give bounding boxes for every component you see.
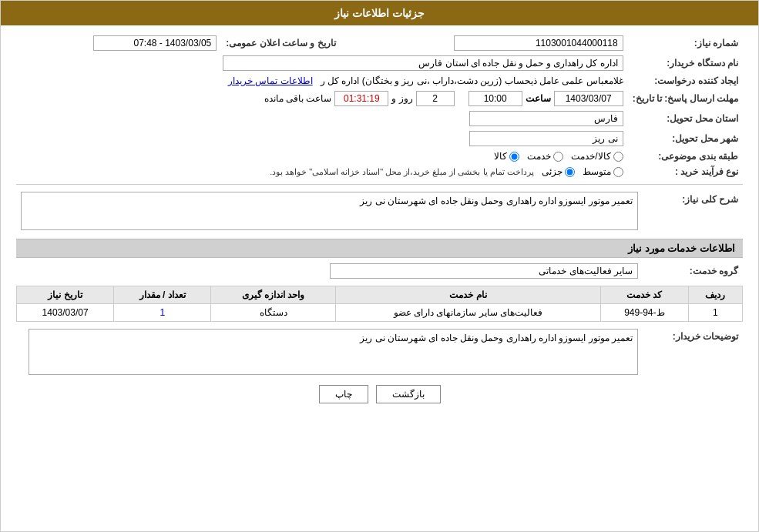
announce-date-value: 1403/03/05 - 07:48 xyxy=(16,33,221,53)
page-header: جزئیات اطلاعات نیاز xyxy=(1,1,758,25)
category-value: کالا/خدمت خدمت کالا xyxy=(16,149,628,164)
bottom-buttons: بازگشت چاپ xyxy=(16,385,743,403)
divider-1 xyxy=(16,184,743,185)
table-row: 1 ط-94-949 فعالیت‌های سایر سازمانهای دار… xyxy=(17,304,743,322)
print-button[interactable]: چاپ xyxy=(319,385,368,403)
response-deadline-label: مهلت ارسال پاسخ: تا تاریخ: xyxy=(628,89,743,109)
cell-row: 1 xyxy=(688,304,742,322)
deadline-time: 10:00 xyxy=(468,91,522,106)
service-table: ردیف کد خدمت نام خدمت واحد اندازه گیری ت… xyxy=(16,286,743,322)
buyer-org-label: نام دستگاه خریدار: xyxy=(628,53,743,73)
cell-date: 1403/03/07 xyxy=(17,304,114,322)
col-name: نام خدمت xyxy=(335,286,600,304)
back-button[interactable]: بازگشت xyxy=(376,385,441,403)
city-label: شهر محل تحویل: xyxy=(628,129,743,149)
col-code: کد خدمت xyxy=(601,286,689,304)
category-label: طبقه بندی موضوعی: xyxy=(628,149,743,164)
service-group-label: گروه خدمت: xyxy=(643,261,743,281)
time-label: ساعت xyxy=(526,93,551,104)
radio-kala-khedmat[interactable]: کالا/خدمت xyxy=(571,151,623,162)
col-count: تعداد / مقدار xyxy=(114,286,211,304)
page-title: جزئیات اطلاعات نیاز xyxy=(334,7,425,19)
cell-count: 1 xyxy=(114,304,211,322)
col-measure: واحد اندازه گیری xyxy=(211,286,336,304)
created-by-label: ایجاد کننده درخواست: xyxy=(628,73,743,89)
col-date: تاریخ نیاز xyxy=(17,286,114,304)
response-deadline-row: 1403/03/07 ساعت 10:00 2 روز xyxy=(16,89,628,109)
remaining-hours-label: ساعت باقی مانده xyxy=(264,93,332,104)
created-by-value: غلامعباس علمی عامل ذیحساب (زرین دشت،دارا… xyxy=(16,73,628,89)
province-value: فارس xyxy=(16,109,628,129)
process-type-row: متوسط جزئی پرداخت تمام یا بخشی از مبلغ خ… xyxy=(16,164,628,179)
cell-measure: دستگاه xyxy=(211,304,336,322)
service-info-header: اطلاعات خدمات مورد نیاز xyxy=(16,239,743,258)
radio-khedmat[interactable]: خدمت xyxy=(527,151,563,162)
announce-date-label: تاریخ و ساعت اعلان عمومی: xyxy=(221,33,351,53)
contact-info-link[interactable]: اطلاعات تماس خریدار xyxy=(228,75,313,86)
radio-motavaset[interactable]: متوسط xyxy=(583,166,623,177)
deadline-days: 2 xyxy=(416,91,455,106)
cell-code: ط-94-949 xyxy=(601,304,689,322)
process-type-label: نوع فرآیند خرید : xyxy=(628,164,743,179)
need-desc-label: شرح کلی نیاز: xyxy=(643,189,743,233)
buyer-desc-area: تعمیر موتور ایسوزو اداره راهداری وحمل ون… xyxy=(16,326,643,377)
service-group-value: سایر فعالیت‌های خدماتی xyxy=(16,261,643,281)
need-number-label: شماره نیاز: xyxy=(628,33,743,53)
radio-jozee[interactable]: جزئی xyxy=(542,166,575,177)
buyer-org-value: اداره کل راهداری و حمل و نقل جاده ای است… xyxy=(16,53,628,73)
radio-kala[interactable]: کالا xyxy=(494,151,519,162)
cell-name: فعالیت‌های سایر سازمانهای دارای عضو xyxy=(335,304,600,322)
deadline-date: 1403/03/07 xyxy=(554,91,623,106)
deadline-countdown: 01:31:19 xyxy=(334,91,388,106)
buyer-desc-label: توضیحات خریدار: xyxy=(643,326,743,377)
col-row: ردیف xyxy=(688,286,742,304)
process-desc: پرداخت تمام یا بخشی از مبلغ خرید،از محل … xyxy=(270,167,534,177)
province-label: استان محل تحویل: xyxy=(628,109,743,129)
need-number-value: 1103001044000118 xyxy=(351,33,628,53)
city-value: نی ریز xyxy=(16,129,628,149)
days-and-label: روز و xyxy=(391,93,412,104)
need-desc-value: تعمیر موتور ایسوزو اداره راهداری وحمل ون… xyxy=(16,189,643,233)
